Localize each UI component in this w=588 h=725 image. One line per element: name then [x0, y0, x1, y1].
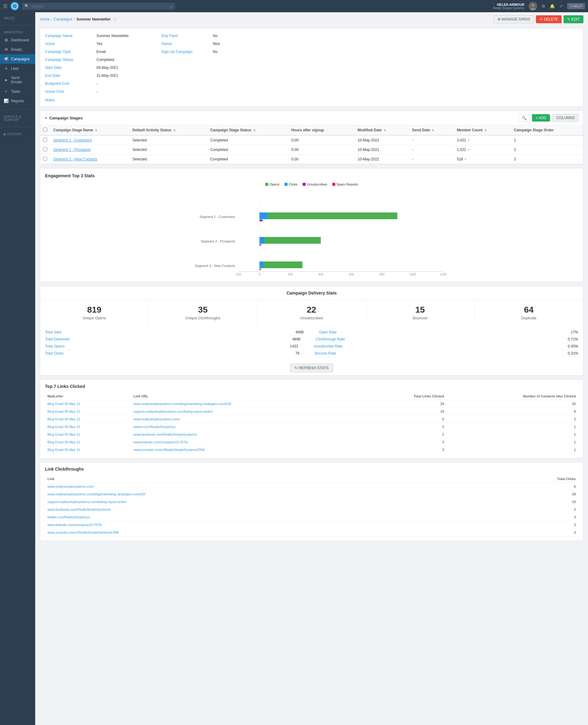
member-count-icon: ↗ [467, 148, 469, 152]
breadcrumb-home[interactable]: Home [40, 17, 49, 21]
seg3-unsub-bar [260, 269, 261, 270]
link-url-link[interactable]: twitter.com/ReallySimpleSys [133, 425, 176, 429]
mail-letter-link[interactable]: Blog Email 05 May 21 [47, 440, 80, 444]
total-clicked-cell: 29 [366, 400, 446, 408]
top-links-section: Top 7 Links Clicked MailLetter Link URL … [40, 379, 583, 458]
total-delivered-label: Total Delivered [45, 337, 69, 341]
stage-name-link[interactable]: Segment 1 - Customers [53, 138, 92, 142]
delete-button[interactable]: ✕ DELETE [536, 15, 562, 23]
row-checkbox[interactable] [43, 157, 47, 161]
mail-letter-link[interactable]: Blog Email 05 May 21 [47, 410, 80, 413]
sidebar-section-service: SERVICE & SUPPORT [0, 111, 35, 126]
sidebar-section-marketing-title: MARKETING [0, 29, 35, 35]
stage-name-link[interactable]: Segment 3 - New Contacts [53, 157, 97, 161]
add-stage-button[interactable]: + ADD [532, 114, 550, 122]
stage-status-cell: Completed [207, 135, 288, 145]
stage-search-button[interactable]: 🔍 [519, 114, 529, 122]
clickthrough-link[interactable]: www.youtube.com/c/ReallySimpleSystemsCRM [47, 531, 119, 534]
contacts-clicked-cell: 8 [446, 408, 578, 415]
legend-unsubscribes-label: Unsubscribes [307, 183, 328, 186]
dashboard-icon: ⊞ [4, 38, 8, 42]
table-row[interactable]: Segment 2 - Prospects Selected Completed… [40, 145, 583, 155]
row-checkbox[interactable] [43, 138, 47, 142]
svg-text:Segment 2 - Prospects: Segment 2 - Prospects [201, 239, 235, 243]
link-url-link[interactable]: support.reallysimplesystems.com/listing-… [133, 410, 213, 413]
sidebar-item-reports[interactable]: 📊 Reports [0, 96, 35, 106]
columns-button[interactable]: COLUMNS [552, 114, 579, 122]
edit-button[interactable]: ✎ EDIT [564, 15, 583, 23]
help-button[interactable]: ? HELP [567, 3, 585, 9]
modified-date-cell: 10-May-2021 [355, 155, 409, 164]
link-url-link[interactable]: www.reallysimplesystems.com/blog/marketi… [133, 402, 232, 406]
send-emails-icon: ➤ [4, 78, 8, 82]
legend-opens-label: Opens [270, 183, 279, 186]
seg1-spam-bar [260, 219, 260, 221]
clickthrough-link[interactable]: www.linkedin.com/company/217876/ [47, 523, 102, 527]
mail-letter-link[interactable]: Blog Email 05 May 21 [47, 417, 80, 421]
user-avatar[interactable] [529, 2, 537, 10]
select-all-checkbox[interactable] [43, 128, 47, 132]
start-date-label: Start Date [45, 65, 94, 71]
sidebar-section-sales: SALES [0, 12, 35, 24]
sidebar-section-history: ▶ HISTORY [0, 128, 35, 140]
unsubscribe-rate-label: Unsubscribe Rate [313, 344, 342, 348]
campaign-stages-actions: 🔍 + ADD COLUMNS [519, 114, 579, 122]
link-url-link[interactable]: www.linkedin.com/company/217876/ [133, 440, 188, 444]
table-row[interactable]: Segment 1 - Customers Selected Completed… [40, 135, 583, 145]
list-item: Blog Email 05 May 21 support.reallysimpl… [45, 408, 578, 415]
search-input[interactable] [31, 4, 168, 8]
campaign-status-label: Campaign Status [45, 57, 94, 63]
list-item: Blog Email 05 May 21 www.facebook.com/Re… [45, 431, 578, 439]
bounced-label: Bounced [369, 316, 471, 320]
sidebar-item-dashboard[interactable]: ⊞ Dashboard [0, 35, 35, 45]
chart-legend: Opens Clicks Unsubscribes Spam Reports [45, 183, 578, 186]
share-icon[interactable]: ↗ [559, 4, 563, 8]
row-checkbox[interactable] [43, 147, 47, 151]
open-rate-label: Open Rate [319, 330, 337, 334]
breadcrumb-campaigns[interactable]: Campaigns [54, 17, 72, 21]
clickthrough-link[interactable]: support.reallysimplesystems.com/listing-… [47, 500, 127, 504]
start-date-value: 05-May-2021 [94, 65, 161, 71]
seg2-unsub-bar [260, 244, 261, 246]
clickthrough-link[interactable]: www.reallysimplesystems.com/ [47, 485, 94, 488]
stage-name-link[interactable]: Segment 2 - Prospects [53, 148, 91, 152]
breadcrumb-current: Summer Newsletter [76, 17, 110, 21]
mail-letter-link[interactable]: Blog Email 05 May 21 [47, 402, 80, 406]
sidebar-item-tasks[interactable]: ✓ Tasks [0, 87, 35, 96]
mail-letter-link[interactable]: Blog Email 05 May 21 [47, 448, 80, 452]
sidebar-item-send-emails[interactable]: ➤ Send Emails [0, 73, 35, 87]
sidebar-item-emails[interactable]: ✉ Emails [0, 45, 35, 54]
user-company: Really Simple Systems [493, 6, 524, 10]
total-sent-label: Total Sent [45, 330, 61, 334]
top-links-title: Top 7 Links Clicked [45, 384, 578, 389]
clickthrough-link[interactable]: twitter.com/ReallySimpleSys [47, 515, 90, 519]
manage-grids-button[interactable]: ⚙ MANAGE GRIDS [493, 15, 534, 23]
mail-letter-link[interactable]: Blog Email 05 May 21 [47, 433, 80, 436]
hamburger-menu[interactable]: ☰ [3, 3, 7, 9]
notifications-icon[interactable]: 🔔 [550, 4, 555, 8]
table-row[interactable]: Segment 3 - New Contacts Selected Comple… [40, 155, 583, 164]
col-total-clicks: Total Clicks [479, 475, 578, 483]
link-url-link[interactable]: www.facebook.com/ReallySimpleSystems/ [133, 433, 197, 436]
collapse-icon[interactable]: ▼ [44, 116, 47, 120]
sidebar-section-sales-title: SALES [0, 15, 35, 21]
col-mail-letter: MailLetter [45, 392, 131, 400]
search-submit-icon[interactable]: ⌕ [170, 4, 173, 8]
clickthrough-count-cell: 2 [479, 506, 578, 513]
settings-icon[interactable]: ⚙ [542, 4, 545, 8]
legend-spam-label: Spam Reports [337, 183, 358, 186]
sidebar-item-campaigns[interactable]: 📢 Campaigns [0, 54, 35, 64]
sidebar-item-lists[interactable]: ≡ Lists [0, 64, 35, 73]
link-url-link[interactable]: www.reallysimplesystems.com/ [133, 417, 180, 421]
link-url-link[interactable]: www.youtube.com/c/ReallySimpleSystemsCRM [133, 448, 205, 452]
mail-letter-link[interactable]: Blog Email 05 May 21 [47, 425, 80, 429]
clickthrough-link[interactable]: www.facebook.com/ReallySimpleSystems/ [47, 508, 111, 511]
legend-clicks-dot [285, 183, 288, 186]
unique-opens-box: 819 Unique Opens [40, 300, 149, 325]
lists-icon: ≡ [4, 66, 8, 71]
end-date-value: 31-May-2021 [94, 72, 161, 79]
list-item: Blog Email 05 May 21 www.youtube.com/c/R… [45, 446, 578, 454]
campaign-name-label: Campaign Name [45, 33, 94, 39]
clickthrough-link[interactable]: www.reallysimplesystems.com/blog/marketi… [47, 492, 145, 496]
refresh-stats-button[interactable]: ↻ REFRESH STATS [290, 364, 333, 372]
